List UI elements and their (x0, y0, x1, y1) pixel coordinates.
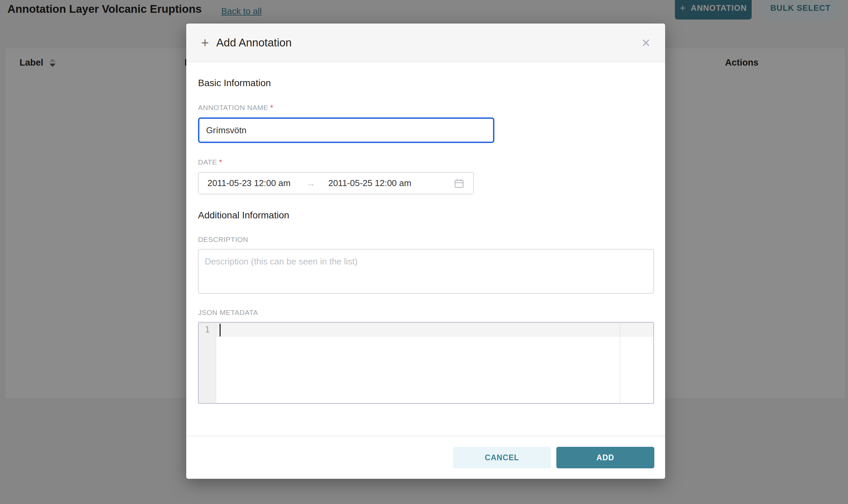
date-range-picker[interactable]: 2011-05-23 12:00 am → 2011-05-25 12:00 a… (198, 172, 474, 195)
line-number: 1 (199, 323, 216, 337)
date-end-value[interactable]: 2011-05-25 12:00 am (328, 178, 412, 188)
add-annotation-modal: + Add Annotation × Basic Information ANN… (186, 23, 665, 479)
cancel-button[interactable]: CANCEL (453, 447, 551, 468)
screen: Annotation Layer Volcanic Eruptions Back… (0, 0, 848, 504)
close-icon[interactable]: × (642, 35, 650, 50)
modal-header: + Add Annotation × (186, 23, 665, 62)
text-cursor (220, 324, 221, 337)
plus-icon: + (201, 36, 209, 50)
editor-active-line (216, 323, 653, 337)
arrow-right-icon: → (306, 178, 315, 189)
required-asterisk: * (271, 103, 274, 112)
date-label-text: DATE (198, 158, 217, 166)
date-start-value[interactable]: 2011-05-23 12:00 am (207, 178, 291, 188)
print-margin-line (620, 323, 620, 403)
annotation-name-label: ANNOTATION NAME* (198, 103, 654, 112)
description-textarea[interactable] (198, 249, 654, 294)
annotation-name-label-text: ANNOTATION NAME (198, 104, 269, 111)
date-label: DATE* (198, 158, 654, 166)
add-button[interactable]: ADD (556, 447, 654, 468)
editor-gutter: 1 (199, 323, 216, 403)
calendar-icon (454, 178, 464, 189)
modal-title: Add Annotation (216, 36, 292, 49)
json-metadata-editor[interactable]: 1 (198, 322, 654, 404)
annotation-name-input[interactable] (198, 118, 495, 143)
description-label: DESCRIPTION (198, 235, 654, 244)
additional-information-heading: Additional Information (198, 210, 654, 221)
modal-footer: CANCEL ADD (186, 436, 665, 479)
json-metadata-label: JSON METADATA (198, 308, 654, 317)
required-asterisk: * (219, 158, 222, 166)
basic-information-heading: Basic Information (198, 78, 654, 89)
modal-body: Basic Information ANNOTATION NAME* DATE*… (186, 62, 665, 436)
